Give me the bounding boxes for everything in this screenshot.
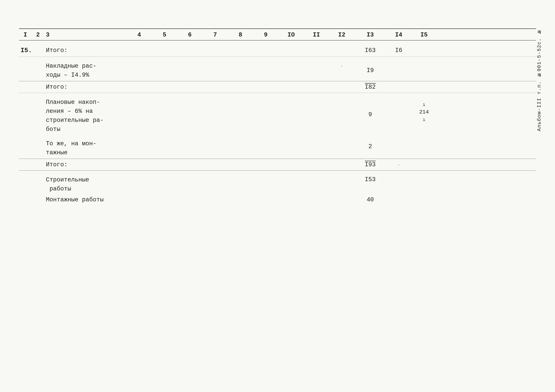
header-col-4: 4	[127, 31, 152, 38]
cell-pl-col15: ı 214 ı	[411, 98, 437, 123]
header-col-9: 9	[253, 31, 278, 38]
header-col-7: 7	[203, 31, 228, 38]
header-col-15: I5	[411, 31, 437, 38]
cell-tz-col3: То же, на мон-тажные	[44, 139, 127, 157]
sideways-label-container: Альбом-III т.п. №901-5-52с. №	[534, 29, 544, 139]
cell-nk-col3: Накладные рас-ходы – I4.9%	[44, 62, 127, 79]
cell-i5-col13: I63	[354, 46, 386, 55]
header-col-11: II	[304, 31, 329, 38]
cell-it3-col14: ·	[386, 160, 411, 169]
header-col-6: 6	[177, 31, 203, 38]
cell-it2-col13: I82	[354, 83, 386, 91]
header-col-2: 2	[32, 31, 44, 38]
row-itogo3: Итого: I93 ·	[19, 159, 536, 171]
cell-mn-col13: 40	[354, 196, 386, 204]
cell-st-col3: Строительные работы	[44, 175, 127, 193]
row-stroitelnye: Строительные работы I53	[19, 171, 536, 194]
header-col-1: I	[19, 31, 32, 38]
header-row: I 2 3 4 5 6 7 8 9 IO II I2 I3 I4 I5	[19, 29, 536, 41]
cell-i5-col1: I5.	[19, 46, 32, 55]
cell-tz-col13: 2	[354, 139, 386, 151]
header-col-10: IO	[278, 31, 304, 38]
row-itogo2: Итого: I82	[19, 81, 536, 93]
cell-nk-col12: ·	[329, 62, 354, 70]
sideways-text: Альбом-III т.п. №901-5-52с. №	[536, 29, 542, 131]
cell-mn-col3: Монтажные работы	[44, 196, 127, 204]
cell-nk-col13: I9	[354, 62, 386, 75]
header-col-13: I3	[354, 31, 386, 38]
cell-it3-col13: I93	[354, 160, 386, 169]
cell-i5-col3: Итого:	[44, 46, 127, 55]
header-col-12: I2	[329, 31, 354, 38]
table-container: I 2 3 4 5 6 7 8 9 IO II I2 I3 I4 I5 I5. …	[19, 29, 536, 206]
cell-st-col13: I53	[354, 175, 386, 184]
cell-it2-col3: Итого:	[44, 83, 127, 91]
cell-it3-col3: Итого:	[44, 160, 127, 169]
cell-pl-col3: Плановые накоп-ления – 6% настроительные…	[44, 98, 127, 134]
row-montazhnye: Монтажные работы 40	[19, 194, 536, 206]
cell-pl-col13: 9	[354, 98, 386, 119]
header-col-14: I4	[386, 31, 411, 38]
row-nakladnie: Накладные рас-ходы – I4.9% · I9	[19, 57, 536, 81]
page: I 2 3 4 5 6 7 8 9 IO II I2 I3 I4 I5 I5. …	[0, 0, 555, 392]
header-col-3: 3	[44, 31, 127, 38]
row-planovye: Плановые накоп-ления – 6% настроительные…	[19, 93, 536, 135]
header-col-5: 5	[152, 31, 177, 38]
cell-i5-col14: I6	[386, 46, 411, 55]
header-col-8: 8	[228, 31, 253, 38]
row-tozhe: То же, на мон-тажные 2	[19, 135, 536, 159]
row-i5: I5. Итого: I63 I6	[19, 41, 536, 57]
